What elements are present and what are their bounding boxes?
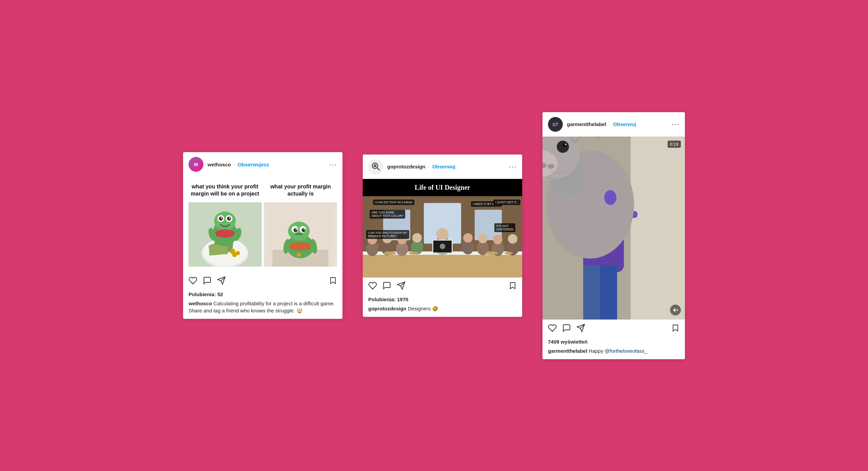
speech-bubble-5: I DON'T GET IT... — [493, 200, 520, 205]
separator-2: · — [428, 164, 430, 169]
card-caption-1: wethosco Calculating profitability for a… — [183, 299, 342, 319]
kermit-poor-image — [264, 202, 337, 267]
card-likes-2: Polubienia: 1970 — [363, 295, 522, 304]
card-image-2: Life of UI Designer — [363, 179, 522, 277]
more-button-1[interactable]: ··· — [329, 161, 337, 168]
card-header-2: goprotozdesign · Obserwuj ··· — [363, 155, 522, 179]
header-info-3: garmentthelabel · Obserwuj — [567, 121, 668, 127]
svg-point-74 — [486, 251, 498, 255]
instagram-card-3: GT garmentthelabel · Obserwuj ··· — [542, 112, 685, 359]
bookmark-icon-3[interactable] — [671, 324, 679, 334]
follow-button-2[interactable]: Obserwuj — [432, 164, 455, 169]
svg-point-28 — [302, 228, 306, 232]
bookmark-icon-2[interactable] — [509, 282, 517, 292]
svg-point-9 — [232, 252, 237, 257]
card-views-3: 7409 wyświetleń — [542, 337, 685, 346]
svg-marker-107 — [673, 325, 678, 331]
svg-point-62 — [438, 253, 447, 255]
svg-marker-78 — [510, 283, 515, 289]
speech-bubble-3: CAN YOU PHOTOSHOP MYPROFILE PICTURE? — [366, 230, 409, 239]
speech-bubble-2: ARE YOU SUREABOUT THAT COLOR? — [370, 210, 405, 219]
svg-point-27 — [294, 228, 298, 232]
avatar-3: GT — [548, 117, 563, 132]
share-icon-1[interactable] — [217, 276, 226, 287]
svg-point-97 — [563, 143, 567, 147]
comment-icon-2[interactable] — [382, 281, 391, 292]
svg-rect-88 — [600, 265, 617, 320]
mute-button[interactable] — [670, 305, 681, 315]
comment-icon-1[interactable] — [203, 276, 212, 287]
svg-point-67 — [478, 234, 488, 243]
meme-container-1: what you think your profit margin will b… — [183, 177, 342, 272]
caption-text-2: Designers 🤣 — [408, 306, 439, 311]
svg-rect-82 — [627, 137, 685, 320]
share-icon-3[interactable] — [576, 324, 585, 334]
svg-point-71 — [508, 234, 517, 244]
card-actions-3 — [542, 320, 685, 337]
svg-point-17 — [229, 217, 231, 219]
caption-mention-3[interactable]: @fortheloveofass_ — [605, 348, 647, 354]
header-info-1: wethosco · Obserwujesz — [208, 162, 325, 167]
svg-point-73 — [409, 252, 419, 254]
svg-rect-87 — [583, 265, 600, 320]
comment-icon-3[interactable] — [562, 324, 571, 334]
username-2: goprotozdesign — [387, 164, 426, 169]
svg-point-15 — [227, 217, 231, 221]
more-button-2[interactable]: ··· — [509, 163, 517, 170]
svg-text:w: w — [194, 161, 198, 167]
avatar-1: w — [189, 157, 203, 172]
svg-point-102 — [604, 190, 616, 205]
speech-bubble-6: IT'S NOTCENTERED! — [494, 223, 515, 232]
svg-point-31 — [289, 242, 312, 250]
meme-title-right: what your profit margin actually is — [264, 183, 337, 198]
svg-point-16 — [221, 217, 222, 219]
follow-button-3[interactable]: Obserwuj — [613, 121, 636, 127]
bookmark-icon-1[interactable] — [329, 277, 337, 287]
card-caption-3: garmentthelabel Happy @fortheloveofass_ — [542, 346, 685, 359]
avatar-2 — [368, 159, 383, 174]
caption-username-2: goprotozdesign — [368, 306, 407, 311]
svg-point-56 — [412, 233, 422, 243]
heart-icon-1[interactable] — [189, 276, 197, 287]
username-1: wethosco — [208, 162, 231, 167]
speech-bubble-1: I CAN DO THAT IN 5 MINS! — [373, 200, 414, 205]
svg-point-63 — [440, 244, 445, 249]
svg-point-69 — [493, 235, 502, 244]
card-actions-1 — [183, 272, 342, 290]
svg-point-98 — [565, 144, 566, 145]
svg-point-11 — [214, 211, 236, 230]
card-likes-1: Polubienia: 52 — [183, 290, 342, 299]
follow-button-1[interactable]: Obserwujesz — [238, 162, 269, 167]
card-actions-2 — [363, 277, 522, 295]
svg-marker-37 — [331, 278, 335, 284]
card-caption-2: goprotozdesign Designers 🤣 — [363, 304, 522, 317]
card-image-1: what you think your profit margin will b… — [183, 177, 342, 272]
svg-point-24 — [288, 222, 310, 241]
share-icon-2[interactable] — [397, 281, 406, 292]
ui-meme-inner: Life of UI Designer — [363, 179, 522, 277]
card-header-1: w wethosco · Obserwujesz ··· — [183, 152, 342, 177]
card-header-3: GT garmentthelabel · Obserwuj ··· — [542, 112, 685, 137]
video-container: 0:19 — [542, 137, 685, 320]
svg-point-58 — [436, 228, 449, 240]
heart-icon-3[interactable] — [548, 324, 557, 335]
svg-point-41 — [374, 164, 376, 167]
meme-title-2: Life of UI Designer — [415, 184, 470, 191]
svg-point-72 — [384, 251, 396, 255]
svg-point-29 — [296, 229, 297, 230]
meme-title-left: what you think your profit margin will b… — [189, 183, 261, 198]
instagram-card-1: w wethosco · Obserwujesz ··· what you th… — [183, 152, 342, 319]
svg-point-75 — [505, 252, 513, 254]
svg-point-30 — [304, 229, 305, 230]
separator-3: · — [609, 121, 610, 127]
svg-point-18 — [215, 229, 235, 238]
heart-icon-2[interactable] — [368, 281, 377, 292]
svg-point-34 — [297, 253, 301, 257]
header-info-2: goprotozdesign · Obserwuj — [387, 164, 505, 169]
separator-1: · — [234, 162, 235, 167]
more-button-3[interactable]: ··· — [672, 120, 679, 128]
svg-point-14 — [219, 217, 223, 221]
caption-text-3: Happy — [589, 348, 605, 354]
meme-titles: what you think your profit margin will b… — [189, 183, 337, 198]
kermit-rich-image — [189, 202, 262, 267]
